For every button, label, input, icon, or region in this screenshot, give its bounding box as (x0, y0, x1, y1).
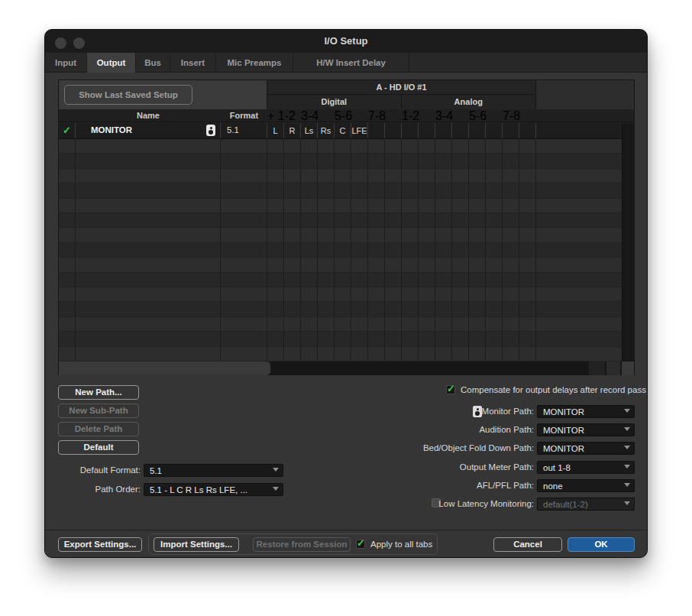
channel-assignment-cell[interactable] (335, 258, 351, 271)
channel-assignment-cell[interactable] (519, 139, 536, 153)
path-name-cell[interactable] (76, 273, 221, 287)
channel-assignment-cell[interactable] (385, 199, 402, 212)
channel-assignment-cell[interactable] (318, 273, 335, 287)
channel-assignment-cell[interactable] (335, 243, 351, 257)
channel-assignment-cell[interactable] (385, 302, 402, 316)
channel-assignment-cell[interactable] (469, 347, 486, 361)
channel-assignment-cell[interactable] (503, 347, 519, 361)
channel-assignment-cell[interactable] (435, 243, 452, 257)
channel-assignment-cell[interactable] (284, 332, 301, 345)
channel-assignment-cell[interactable] (335, 139, 351, 153)
tab-hw-insert-delay[interactable]: H/W Insert Delay (293, 53, 409, 73)
channel-assignment-cell[interactable] (402, 332, 419, 345)
channel-assignment-cell[interactable] (368, 228, 385, 242)
path-name-cell[interactable]: MONITOR (76, 123, 221, 138)
channel-assignment-cell[interactable] (368, 139, 385, 153)
channel-assignment-cell[interactable] (452, 258, 469, 271)
default-format-dropdown[interactable]: 5.1 (144, 464, 283, 477)
channel-assignment-cell[interactable] (335, 302, 351, 316)
channel-assignment-cell[interactable] (469, 302, 486, 316)
channel-assignment-cell[interactable] (284, 287, 301, 301)
channel-assignment-cell[interactable] (486, 154, 503, 167)
channel-assignment-cell[interactable] (469, 183, 486, 197)
channel-assignment-cell[interactable] (452, 243, 469, 257)
channel-assignment-cell[interactable] (486, 169, 503, 183)
channel-assignment-cell[interactable] (368, 183, 385, 197)
horizontal-scrollbar-thumb[interactable] (59, 361, 270, 375)
channel-assignment-cell[interactable] (402, 139, 419, 153)
channel-assignment-cell[interactable] (503, 287, 519, 301)
channel-assignment-cell[interactable] (402, 347, 419, 361)
channel-assignment-cell[interactable] (335, 273, 351, 287)
channel-assignment-cell[interactable] (503, 169, 519, 183)
new-path-button[interactable]: New Path... (58, 385, 139, 400)
channel-assignment-cell[interactable] (402, 273, 419, 287)
channel-assignment-cell[interactable] (335, 213, 351, 227)
channel-assignment-cell[interactable] (284, 154, 301, 167)
export-settings-button[interactable]: Export Settings... (58, 537, 142, 552)
path-format-cell[interactable] (221, 302, 267, 316)
channel-assignment-cell[interactable] (267, 273, 284, 287)
channel-assignment-cell[interactable] (503, 258, 519, 271)
new-sub-path-button[interactable]: New Sub-Path (58, 404, 139, 418)
path-active-cell[interactable] (59, 273, 76, 287)
path-active-cell[interactable] (59, 169, 76, 183)
channel-assignment-cell[interactable] (519, 287, 536, 301)
channel-assignment-cell[interactable] (301, 183, 318, 197)
channel-assignment-cell[interactable] (452, 332, 469, 345)
channel-assignment-cell[interactable] (519, 273, 536, 287)
channel-assignment-cell[interactable] (351, 169, 368, 183)
channel-pair-header[interactable]: 5-6 (335, 109, 368, 122)
path-format-cell[interactable] (221, 287, 267, 301)
channel-assignment-cell[interactable]: LFE (351, 123, 368, 138)
tab-input[interactable]: Input (45, 53, 87, 73)
channel-assignment-cell[interactable] (452, 123, 469, 138)
compensate-checkbox[interactable]: ✓ (446, 385, 455, 394)
monitor-path-dropdown[interactable]: MONITOR (537, 405, 635, 418)
path-format-cell[interactable] (221, 347, 267, 361)
path-format-cell[interactable] (221, 169, 267, 183)
channel-assignment-cell[interactable] (435, 154, 452, 167)
channel-assignment-cell[interactable] (368, 258, 385, 271)
path-format-cell[interactable] (221, 332, 267, 345)
channel-assignment-cell[interactable] (385, 169, 402, 183)
channel-assignment-cell[interactable] (301, 287, 318, 301)
channel-assignment-cell[interactable] (402, 287, 419, 301)
channel-assignment-cell[interactable] (503, 228, 519, 242)
tab-mic-preamps[interactable]: Mic Preamps (216, 53, 293, 73)
channel-assignment-cell[interactable] (284, 199, 301, 212)
channel-assignment-cell[interactable] (486, 199, 503, 212)
channel-assignment-cell[interactable] (385, 183, 402, 197)
channel-assignment-cell[interactable] (351, 154, 368, 167)
channel-assignment-cell[interactable] (419, 302, 435, 316)
channel-assignment-cell[interactable] (318, 347, 335, 361)
channel-assignment-cell[interactable] (351, 213, 368, 227)
channel-assignment-cell[interactable] (335, 287, 351, 301)
tab-insert[interactable]: Insert (170, 53, 216, 73)
path-format-cell[interactable] (221, 154, 267, 167)
channel-assignment-cell[interactable] (452, 287, 469, 301)
channel-assignment-cell[interactable] (368, 317, 385, 331)
channel-assignment-cell[interactable] (368, 287, 385, 301)
channel-assignment-cell[interactable] (435, 183, 452, 197)
path-active-cell[interactable] (59, 213, 76, 227)
channel-assignment-cell[interactable] (368, 347, 385, 361)
channel-assignment-cell[interactable] (435, 302, 452, 316)
path-format-cell[interactable] (221, 317, 267, 331)
path-name-cell[interactable] (76, 243, 221, 257)
channel-assignment-cell[interactable] (469, 139, 486, 153)
path-name-cell[interactable] (76, 347, 221, 361)
tab-output[interactable]: Output (87, 53, 136, 73)
channel-assignment-cell[interactable] (301, 154, 318, 167)
channel-assignment-cell[interactable]: R (284, 123, 301, 138)
channel-assignment-cell[interactable] (452, 199, 469, 212)
channel-assignment-cell[interactable] (335, 332, 351, 345)
channel-assignment-cell[interactable] (503, 332, 519, 345)
channel-assignment-cell[interactable] (368, 243, 385, 257)
channel-assignment-cell[interactable] (486, 183, 503, 197)
channel-assignment-cell[interactable] (318, 332, 335, 345)
channel-assignment-cell[interactable] (419, 317, 435, 331)
path-name-cell[interactable] (76, 228, 221, 242)
path-name-cell[interactable] (76, 213, 221, 227)
channel-assignment-cell[interactable] (267, 317, 284, 331)
